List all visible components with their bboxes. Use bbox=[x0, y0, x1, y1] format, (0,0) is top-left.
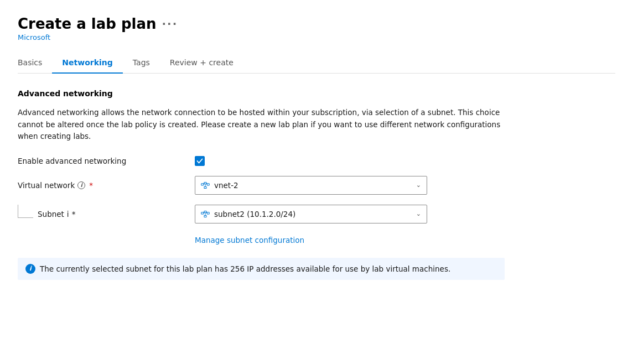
subnet-row: Subnet i * bbox=[18, 205, 615, 223]
subnet-connector bbox=[18, 205, 33, 218]
enable-networking-checkbox[interactable] bbox=[195, 156, 205, 166]
enable-networking-row: Enable advanced networking bbox=[18, 156, 615, 166]
subnet-required: * bbox=[72, 210, 76, 219]
virtual-network-chevron-icon: ⌄ bbox=[416, 181, 421, 189]
page-title: Create a lab plan ··· bbox=[18, 15, 615, 32]
subnet-chevron-icon: ⌄ bbox=[416, 210, 421, 217]
svg-rect-9 bbox=[204, 211, 206, 212]
subnet-label: Subnet i * bbox=[38, 210, 75, 219]
manage-subnet-link[interactable]: Manage subnet configuration bbox=[195, 236, 304, 245]
enable-networking-label: Enable advanced networking bbox=[18, 157, 195, 165]
info-banner-icon: i bbox=[25, 264, 35, 274]
svg-rect-1 bbox=[207, 184, 209, 185]
svg-line-12 bbox=[206, 212, 207, 213]
page-header: Create a lab plan ··· Microsoft bbox=[18, 15, 615, 41]
virtual-network-value: vnet-2 bbox=[214, 181, 238, 190]
subnet-label-wrapper: Subnet i * bbox=[18, 210, 195, 219]
svg-rect-2 bbox=[204, 182, 206, 184]
svg-rect-7 bbox=[201, 212, 204, 214]
title-dots: ··· bbox=[162, 17, 178, 30]
advanced-networking-section: Advanced networking Advanced networking … bbox=[18, 89, 615, 280]
info-banner: i The currently selected subnet for this… bbox=[18, 258, 505, 280]
svg-line-5 bbox=[206, 183, 207, 184]
section-description: Advanced networking allows the network c… bbox=[18, 107, 505, 143]
enable-networking-checkbox-wrapper bbox=[195, 156, 205, 166]
subnet-indent: Subnet i * bbox=[18, 210, 75, 219]
svg-rect-3 bbox=[204, 186, 206, 188]
svg-line-11 bbox=[204, 212, 204, 213]
virtual-network-row: Virtual network i * vnet-2 bbox=[18, 176, 615, 195]
svg-line-4 bbox=[204, 183, 204, 184]
title-text: Create a lab plan bbox=[18, 15, 157, 32]
page-subtitle: Microsoft bbox=[18, 33, 615, 41]
tab-basics[interactable]: Basics bbox=[18, 53, 52, 74]
subnet-dropdown[interactable]: subnet2 (10.1.2.0/24) ⌄ bbox=[195, 205, 427, 223]
section-title: Advanced networking bbox=[18, 89, 615, 98]
virtual-network-required: * bbox=[89, 181, 93, 190]
tab-tags[interactable]: Tags bbox=[123, 53, 160, 74]
svg-rect-0 bbox=[201, 184, 204, 185]
info-banner-text: The currently selected subnet for this l… bbox=[40, 263, 450, 274]
tab-review-create[interactable]: Review + create bbox=[160, 53, 243, 74]
subnet-icon bbox=[201, 210, 210, 218]
virtual-network-dropdown[interactable]: vnet-2 ⌄ bbox=[195, 176, 427, 195]
virtual-network-info-icon[interactable]: i bbox=[77, 181, 85, 189]
manage-subnet-wrapper: Manage subnet configuration bbox=[18, 233, 615, 245]
svg-rect-10 bbox=[204, 215, 206, 217]
virtual-network-icon bbox=[201, 181, 210, 189]
tab-networking[interactable]: Networking bbox=[52, 53, 122, 74]
tabs-bar: Basics Networking Tags Review + create bbox=[18, 53, 615, 74]
subnet-info-icon[interactable]: i bbox=[67, 210, 69, 219]
svg-rect-8 bbox=[207, 212, 209, 214]
subnet-value: subnet2 (10.1.2.0/24) bbox=[214, 210, 295, 219]
virtual-network-label: Virtual network i * bbox=[18, 181, 195, 190]
